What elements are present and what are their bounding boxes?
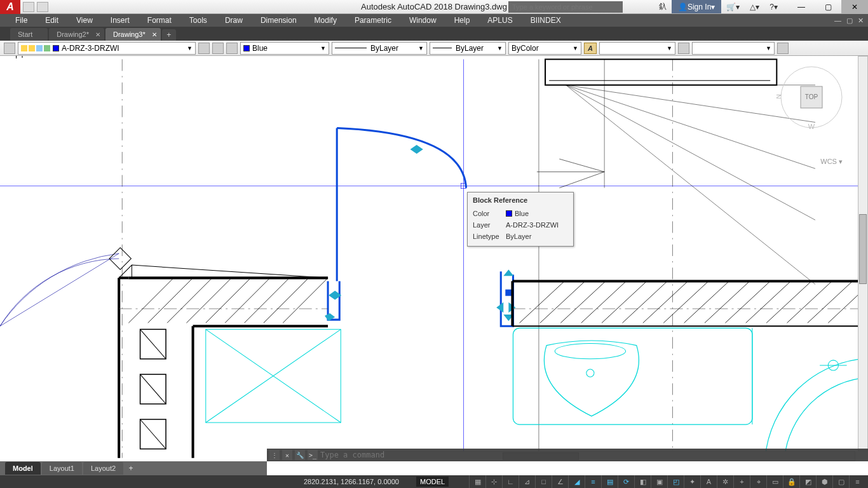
- menu-insert[interactable]: Insert: [102, 14, 139, 27]
- menu-parametric[interactable]: Parametric: [346, 14, 400, 27]
- menu-help[interactable]: Help: [445, 14, 479, 27]
- document-tabs: Start Drawing2*✕ Drawing3*✕ +: [0, 27, 868, 41]
- cmd-close-icon[interactable]: ✕: [282, 450, 292, 460]
- exchange-icon[interactable]: 🛒▾: [721, 0, 745, 13]
- color-dropdown[interactable]: Blue ▼: [240, 42, 329, 55]
- scrollbar-thumb[interactable]: [859, 214, 867, 284]
- tool-last-icon[interactable]: [777, 43, 789, 54]
- menu-dimension[interactable]: Dimension: [252, 14, 306, 27]
- app-manager-icon[interactable]: △▾: [745, 0, 764, 13]
- infocenter-icon[interactable]: 釞: [654, 0, 672, 13]
- add-layout-button[interactable]: +: [125, 463, 137, 474]
- workspace-icon[interactable]: ✲: [717, 475, 733, 488]
- window-controls: — ▢ ✕: [788, 0, 868, 14]
- layout-tab-layout2[interactable]: Layout2: [83, 462, 123, 475]
- menu-view[interactable]: View: [67, 14, 102, 27]
- command-input[interactable]: [320, 451, 511, 459]
- doc-maximize-icon[interactable]: ▢: [844, 17, 855, 25]
- dyn-toggle-icon[interactable]: ◢: [568, 475, 585, 488]
- svg-line-66: [140, 419, 166, 449]
- transparency-icon[interactable]: ▤: [601, 475, 618, 488]
- dimstyle-dropdown[interactable]: ▼: [692, 42, 775, 55]
- annomon-icon[interactable]: +: [733, 475, 750, 488]
- linetype-dropdown[interactable]: ByLayer ▼: [332, 42, 427, 55]
- gizmo-icon[interactable]: ✦: [684, 475, 700, 488]
- doc-tab-start[interactable]: Start: [10, 28, 48, 41]
- lineweight-label: ByLayer: [456, 44, 484, 53]
- close-tab-icon[interactable]: ✕: [95, 31, 100, 38]
- menu-edit[interactable]: Edit: [36, 14, 67, 27]
- quick-access-toolbar: [23, 2, 48, 12]
- linetype-label: ByLayer: [370, 44, 398, 53]
- menu-biindex[interactable]: BIINDEX: [522, 14, 570, 27]
- isolate-icon[interactable]: ◩: [799, 475, 816, 488]
- otrack-toggle-icon[interactable]: ∠: [552, 475, 568, 488]
- menu-aplus[interactable]: APLUS: [478, 14, 521, 27]
- doc-close-icon[interactable]: ✕: [856, 17, 865, 25]
- app-logo[interactable]: A: [0, 0, 20, 14]
- layer-state-icon[interactable]: [4, 43, 15, 54]
- menu-format[interactable]: Format: [139, 14, 180, 27]
- doc-tab-drawing3[interactable]: Drawing3*✕: [105, 28, 161, 41]
- menu-file[interactable]: File: [6, 14, 36, 27]
- layer-tool-1-icon[interactable]: [198, 43, 210, 54]
- lineweight-preview-icon: [433, 48, 452, 48]
- command-line[interactable]: ⋮ ✕ 🔧 >_: [267, 449, 868, 461]
- lwt-toggle-icon[interactable]: ≡: [585, 475, 601, 488]
- plotstyle-dropdown[interactable]: ByColor ▼: [508, 42, 581, 55]
- customize-icon[interactable]: ≡: [849, 475, 865, 488]
- layer-name: A-DRZ-3-DRZWI: [62, 44, 119, 53]
- menu-window[interactable]: Window: [400, 14, 445, 27]
- doc-minimize-icon[interactable]: —: [832, 17, 843, 25]
- close-tab-icon[interactable]: ✕: [152, 31, 157, 38]
- qat-undo-icon[interactable]: [23, 2, 34, 12]
- minimize-button[interactable]: —: [788, 0, 815, 14]
- annoscale-icon[interactable]: A: [700, 475, 717, 488]
- layout-tab-layout1[interactable]: Layout1: [42, 462, 82, 475]
- help-icon[interactable]: ?▾: [764, 0, 783, 13]
- dimstyle-icon[interactable]: [678, 43, 689, 54]
- qat-redo-icon[interactable]: [37, 2, 48, 12]
- menu-tools[interactable]: Tools: [180, 14, 216, 27]
- drawing-canvas[interactable]: Block Reference ColorBlue LayerA-DRZ-3-D…: [0, 56, 868, 461]
- lock-ui-icon[interactable]: 🔒: [783, 475, 799, 488]
- new-doc-tab-button[interactable]: +: [162, 29, 176, 41]
- status-mode-button[interactable]: MODEL: [416, 477, 449, 487]
- maximize-button[interactable]: ▢: [815, 0, 841, 14]
- annotation-icon[interactable]: A: [584, 43, 597, 54]
- vertical-scrollbar[interactable]: [858, 56, 868, 451]
- layer-tool-2-icon[interactable]: [212, 43, 224, 54]
- ortho-toggle-icon[interactable]: ∟: [502, 475, 519, 488]
- layer-freeze-icon: [29, 45, 35, 51]
- cleanscreen-icon[interactable]: ▢: [832, 475, 849, 488]
- qp-icon[interactable]: ▭: [766, 475, 783, 488]
- osnap-toggle-icon[interactable]: □: [535, 475, 552, 488]
- status-bar: 2820.2131, 1266.1167, 0.0000 MODEL ▦ ⊹ ∟…: [0, 475, 868, 488]
- polar-toggle-icon[interactable]: ⊿: [519, 475, 535, 488]
- grid-toggle-icon[interactable]: ▦: [469, 475, 485, 488]
- menu-draw[interactable]: Draw: [216, 14, 252, 27]
- close-button[interactable]: ✕: [841, 0, 868, 14]
- layer-on-icon: [21, 45, 27, 51]
- layer-tool-3-icon[interactable]: [226, 43, 238, 54]
- cycling-icon[interactable]: ⟳: [618, 475, 634, 488]
- layer-lock-icon: [36, 45, 43, 51]
- hardware-icon[interactable]: ⬢: [816, 475, 832, 488]
- units-icon[interactable]: ⌖: [750, 475, 766, 488]
- menu-modify[interactable]: Modify: [306, 14, 346, 27]
- cmd-tool-icon[interactable]: 🔧: [295, 450, 305, 460]
- snap-toggle-icon[interactable]: ⊹: [485, 475, 502, 488]
- selection-icon[interactable]: ◰: [667, 475, 684, 488]
- doc-tab-drawing2[interactable]: Drawing2*✕: [49, 28, 104, 41]
- ducs-icon[interactable]: ▣: [651, 475, 667, 488]
- lineweight-dropdown[interactable]: ByLayer ▼: [430, 42, 506, 55]
- sign-in-button[interactable]: 👤 Sign In ▾: [672, 0, 721, 13]
- layout-tab-model[interactable]: Model: [5, 462, 41, 475]
- linetype-preview-icon: [335, 48, 367, 48]
- layer-dropdown[interactable]: A-DRZ-3-DRZWI ▼: [18, 42, 196, 55]
- 3dosnap-icon[interactable]: ◧: [634, 475, 651, 488]
- textstyle-dropdown[interactable]: ▼: [599, 42, 675, 55]
- search-input[interactable]: [508, 1, 623, 13]
- cmd-handle-icon[interactable]: ⋮: [269, 450, 280, 460]
- status-toggle-buttons: ▦ ⊹ ∟ ⊿ □ ∠ ◢ ≡ ▤ ⟳ ◧ ▣ ◰ ✦ A ✲ + ⌖ ▭ 🔒 …: [469, 475, 865, 488]
